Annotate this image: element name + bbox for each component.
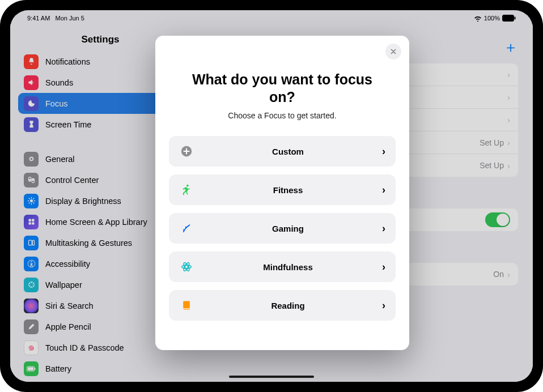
chevron-right-icon: › [382, 300, 385, 312]
chevron-right-icon: › [382, 146, 385, 157]
screen: 9:41 AM Mon Jun 5 100% Settings [10, 10, 533, 382]
focus-option-gaming[interactable]: Gaming › [169, 213, 396, 244]
focus-option-custom[interactable]: Custom › [169, 136, 396, 167]
svg-rect-33 [183, 308, 190, 309]
mindfulness-icon [179, 259, 194, 274]
svg-point-26 [186, 185, 189, 187]
close-button[interactable] [385, 44, 401, 59]
svg-point-27 [183, 229, 185, 231]
svg-point-28 [185, 227, 187, 228]
chevron-right-icon: › [382, 223, 385, 235]
option-label: Custom [194, 147, 382, 156]
close-icon [390, 48, 397, 55]
modal-title: What do you want to focus on? [186, 71, 379, 105]
chevron-right-icon: › [382, 261, 385, 273]
focus-option-reading[interactable]: Reading › [169, 290, 396, 321]
device-frame: 9:41 AM Mon Jun 5 100% Settings [0, 0, 543, 392]
focus-picker-modal: What do you want to focus on? Choose a F… [155, 36, 409, 350]
option-label: Fitness [194, 185, 382, 195]
option-list: Custom › Fitness › Gaming › [169, 136, 396, 321]
option-label: Mindfulness [194, 262, 382, 272]
home-indicator[interactable] [229, 376, 314, 378]
focus-option-fitness[interactable]: Fitness › [169, 174, 396, 205]
fitness-icon [179, 182, 194, 197]
plus-circle-icon [179, 144, 194, 159]
option-label: Gaming [194, 224, 382, 233]
modal-subtitle: Choose a Focus to get started. [169, 111, 396, 120]
option-label: Reading [194, 301, 382, 310]
reading-icon [179, 298, 194, 313]
focus-option-mindfulness[interactable]: Mindfulness › [169, 252, 396, 282]
chevron-right-icon: › [382, 184, 385, 196]
gaming-icon [179, 221, 194, 236]
